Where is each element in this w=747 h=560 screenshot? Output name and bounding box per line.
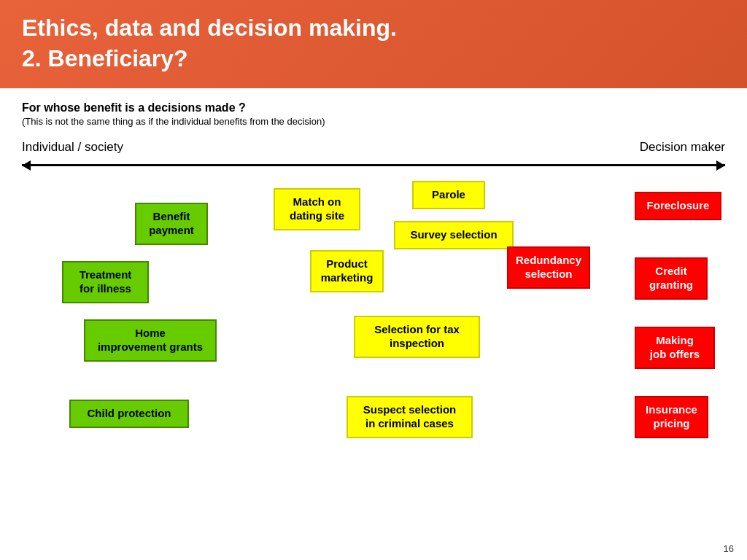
axis-label-right: Decision maker — [640, 140, 725, 155]
box-suspect-selection: Suspect selection in criminal cases — [347, 396, 473, 438]
box-credit-granting: Credit granting — [635, 257, 708, 300]
box-insurance-pricing: Insurance pricing — [635, 396, 708, 438]
axis-label-left: Individual / society — [22, 140, 123, 155]
box-redundancy-selection: Redundancy selection — [507, 246, 590, 289]
box-selection-tax: Selection for tax inspection — [354, 316, 480, 358]
axis-container: Individual / society Decision maker — [22, 140, 725, 166]
slide-header: Ethics, data and decision making. 2. Ben… — [0, 0, 747, 88]
axis-line — [22, 164, 725, 166]
box-product-marketing: Product marketing — [310, 250, 384, 292]
title-line2: 2. Beneficiary? — [22, 45, 188, 71]
box-treatment-illness: Treatment for illness — [62, 261, 149, 303]
slide-number: 16 — [724, 543, 734, 554]
items-area: Benefit paymentMatch on dating siteParol… — [22, 174, 725, 494]
slide-title: Ethics, data and decision making. 2. Ben… — [22, 13, 725, 74]
box-making-job-offers: Making job offers — [635, 327, 715, 369]
box-parole: Parole — [412, 181, 485, 209]
box-benefit-payment: Benefit payment — [135, 203, 208, 245]
box-foreclosure: Foreclosure — [635, 192, 721, 220]
box-child-protection: Child protection — [69, 400, 189, 428]
content-area: For whose benefit is a decisions made ? … — [0, 88, 747, 502]
title-line1: Ethics, data and decision making. — [22, 15, 397, 41]
box-survey-selection: Survey selection — [394, 221, 514, 249]
question-sub: (This is not the same thing as if the in… — [22, 116, 725, 127]
box-match-dating: Match on dating site — [274, 188, 360, 230]
question-main: For whose benefit is a decisions made ? — [22, 101, 725, 114]
box-home-improvement: Home improvement grants — [84, 319, 217, 362]
